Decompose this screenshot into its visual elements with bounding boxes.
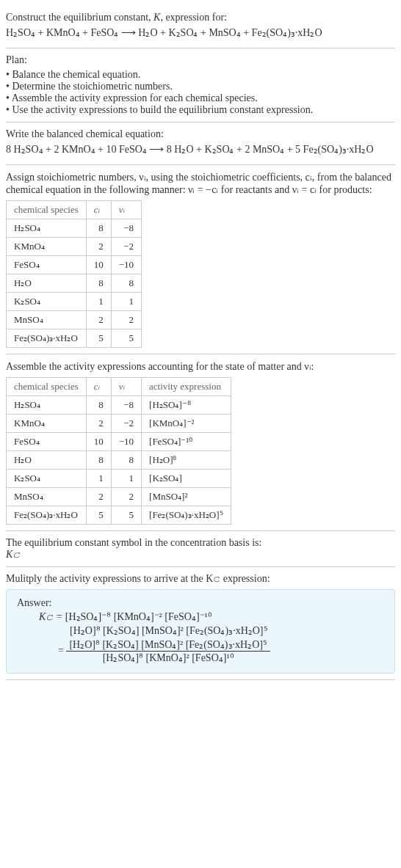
- cell-c: 10: [86, 256, 111, 274]
- symbol-section: The equilibrium constant symbol in the c…: [6, 531, 395, 567]
- cell-v: 1: [111, 470, 141, 488]
- answer-label: Answer:: [17, 597, 384, 609]
- cell-v: 8: [111, 274, 141, 293]
- title-k: K: [153, 12, 160, 23]
- plan-item: Balance the chemical equation.: [6, 69, 395, 81]
- cell-c: 2: [86, 488, 111, 506]
- cell-c: 2: [86, 415, 111, 433]
- cell-species: H₂O: [7, 451, 87, 470]
- cell-expr: [H₂SO₄]⁻⁸: [142, 396, 231, 415]
- balanced-intro: Write the balanced chemical equation:: [6, 128, 395, 140]
- cell-c: 5: [86, 329, 111, 348]
- answer-line2-expr: [H₂O]⁸ [K₂SO₄] [MnSO₄]² [Fe₂(SO₄)₃·xH₂O]…: [70, 625, 268, 636]
- cell-c: 8: [86, 396, 111, 415]
- col-c: cᵢ: [86, 201, 111, 219]
- activity-intro: Assemble the activity expressions accoun…: [6, 360, 395, 373]
- table-row: Fe₂(SO₄)₃·xH₂O55: [7, 329, 142, 348]
- fraction-denominator: [H₂SO₄]⁸ [KMnO₄]² [FeSO₄]¹⁰: [66, 651, 270, 664]
- plan-list: Balance the chemical equation. Determine…: [6, 69, 395, 116]
- table-row: KMnO₄2−2[KMnO₄]⁻²: [7, 415, 231, 433]
- col-v: νᵢ: [111, 378, 141, 396]
- equals: =: [58, 645, 66, 656]
- title: Construct the equilibrium constant, K, e…: [6, 12, 395, 23]
- answer-frac-line: = [H₂O]⁸ [K₂SO₄] [MnSO₄]² [Fe₂(SO₄)₃·xH₂…: [17, 638, 384, 664]
- table-row: K₂SO₄11: [7, 293, 142, 311]
- cell-expr: [FeSO₄]⁻¹⁰: [142, 433, 231, 451]
- table-row: MnSO₄22: [7, 311, 142, 329]
- cell-c: 8: [86, 451, 111, 470]
- balanced-section: Write the balanced chemical equation: 8 …: [6, 123, 395, 165]
- cell-v: −10: [111, 433, 141, 451]
- balanced-equation: 8 H₂SO₄ + 2 KMnO₄ + 10 FeSO₄ ⟶ 8 H₂O + K…: [6, 140, 395, 158]
- table-row: Fe₂(SO₄)₃·xH₂O55[Fe₂(SO₄)₃·xH₂O]⁵: [7, 506, 231, 525]
- cell-expr: [H₂O]⁸: [142, 451, 231, 470]
- col-c: cᵢ: [86, 378, 111, 396]
- col-expr: activity expression: [142, 378, 231, 396]
- kc-lhs: K𝚌 =: [39, 611, 65, 622]
- cell-v: 2: [111, 488, 141, 506]
- cell-species: KMnO₄: [7, 415, 87, 433]
- table-row: KMnO₄2−2: [7, 238, 142, 256]
- cell-species: K₂SO₄: [7, 470, 87, 488]
- table-row: H₂SO₄8−8[H₂SO₄]⁻⁸: [7, 396, 231, 415]
- answer-box: Answer: K𝚌 = [H₂SO₄]⁻⁸ [KMnO₄]⁻² [FeSO₄]…: [6, 589, 395, 674]
- cell-v: −10: [111, 256, 141, 274]
- plan-item: Assemble the activity expression for eac…: [6, 92, 395, 104]
- cell-species: H₂O: [7, 274, 87, 293]
- multiply-intro: Mulitply the activity expressions to arr…: [6, 573, 395, 585]
- stoich-section: Assign stoichiometric numbers, νᵢ, using…: [6, 165, 395, 354]
- cell-v: 1: [111, 293, 141, 311]
- cell-v: −8: [111, 396, 141, 415]
- cell-species: KMnO₄: [7, 238, 87, 256]
- cell-species: H₂SO₄: [7, 396, 87, 415]
- cell-species: Fe₂(SO₄)₃·xH₂O: [7, 329, 87, 348]
- title-pre: Construct the equilibrium constant,: [6, 12, 153, 23]
- fraction: [H₂O]⁸ [K₂SO₄] [MnSO₄]² [Fe₂(SO₄)₃·xH₂O]…: [66, 638, 270, 664]
- table-row: H₂O88[H₂O]⁸: [7, 451, 231, 470]
- cell-v: −2: [111, 415, 141, 433]
- cell-species: MnSO₄: [7, 311, 87, 329]
- answer-line1: K𝚌 = [H₂SO₄]⁻⁸ [KMnO₄]⁻² [FeSO₄]⁻¹⁰: [17, 610, 384, 623]
- fraction-numerator: [H₂O]⁸ [K₂SO₄] [MnSO₄]² [Fe₂(SO₄)₃·xH₂O]…: [66, 638, 270, 651]
- cell-c: 5: [86, 506, 111, 525]
- col-species: chemical species: [7, 201, 87, 219]
- cell-v: −2: [111, 238, 141, 256]
- table-row: FeSO₄10−10[FeSO₄]⁻¹⁰: [7, 433, 231, 451]
- cell-species: FeSO₄: [7, 256, 87, 274]
- symbol-intro: The equilibrium constant symbol in the c…: [6, 537, 395, 549]
- cell-c: 8: [86, 274, 111, 293]
- header-section: Construct the equilibrium constant, K, e…: [6, 6, 395, 48]
- cell-expr: [MnSO₄]²: [142, 488, 231, 506]
- col-species: chemical species: [7, 378, 87, 396]
- cell-c: 1: [86, 470, 111, 488]
- multiply-section: Mulitply the activity expressions to arr…: [6, 567, 395, 680]
- cell-species: K₂SO₄: [7, 293, 87, 311]
- stoich-intro: Assign stoichiometric numbers, νᵢ, using…: [6, 171, 395, 196]
- cell-c: 1: [86, 293, 111, 311]
- table-row: K₂SO₄11[K₂SO₄]: [7, 470, 231, 488]
- table-header-row: chemical species cᵢ νᵢ activity expressi…: [7, 378, 231, 396]
- cell-species: Fe₂(SO₄)₃·xH₂O: [7, 506, 87, 525]
- cell-expr: [K₂SO₄]: [142, 470, 231, 488]
- cell-expr: [KMnO₄]⁻²: [142, 415, 231, 433]
- cell-c: 2: [86, 238, 111, 256]
- plan-item: Use the activity expressions to build th…: [6, 104, 395, 116]
- cell-v: 5: [111, 329, 141, 348]
- cell-v: 5: [111, 506, 141, 525]
- plan-label: Plan:: [6, 54, 395, 66]
- col-v: νᵢ: [111, 201, 141, 219]
- activity-table: chemical species cᵢ νᵢ activity expressi…: [6, 377, 231, 525]
- cell-v: 8: [111, 451, 141, 470]
- cell-c: 2: [86, 311, 111, 329]
- cell-expr: [Fe₂(SO₄)₃·xH₂O]⁵: [142, 506, 231, 525]
- cell-species: MnSO₄: [7, 488, 87, 506]
- plan-item: Determine the stoichiometric numbers.: [6, 81, 395, 92]
- table-row: FeSO₄10−10: [7, 256, 142, 274]
- table-row: H₂SO₄8−8: [7, 219, 142, 238]
- symbol-value: K𝚌: [6, 549, 395, 561]
- table-header-row: chemical species cᵢ νᵢ: [7, 201, 142, 219]
- cell-v: −8: [111, 219, 141, 238]
- cell-c: 8: [86, 219, 111, 238]
- stoich-table: chemical species cᵢ νᵢ H₂SO₄8−8 KMnO₄2−2…: [6, 200, 142, 348]
- title-post: , expression for:: [160, 12, 227, 23]
